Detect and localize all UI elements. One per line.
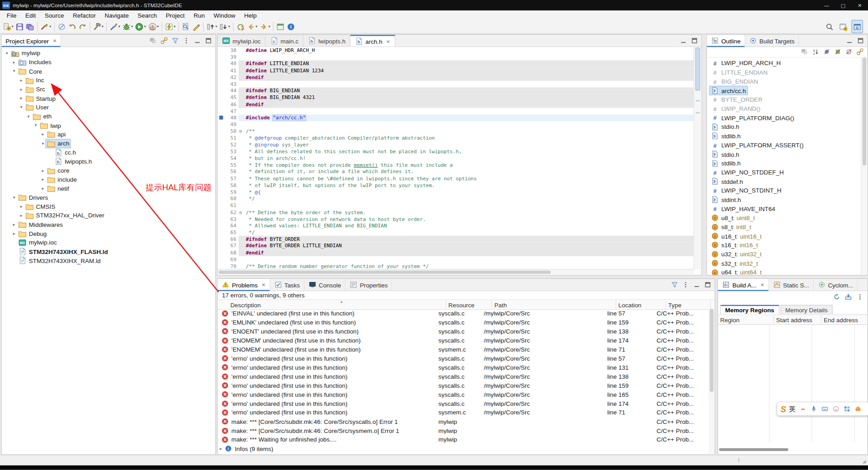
fold-toggle-icon[interactable]: ⊖ xyxy=(239,209,242,216)
outline-item-s8_t[interactable]: ts8_t : int8_t xyxy=(707,222,862,231)
ime-toolbar[interactable]: S 英 xyxy=(777,402,868,415)
outline-item-arch-cc-h[interactable]: arch/cc.h xyxy=(707,86,862,95)
outline-item-little_endian[interactable]: #LITTLE_ENDIAN xyxy=(707,68,862,77)
code-line-64[interactable]: 64 * Allowed values: LITTLE_ENDIAN and B… xyxy=(217,222,694,229)
code-line-69[interactable]: 69 xyxy=(217,256,694,263)
profile-button[interactable]: ▾ xyxy=(147,20,160,33)
menu-help[interactable]: Help xyxy=(240,12,261,19)
code-line-52[interactable]: 52 * @ingroup sys_layer xyxy=(217,141,694,148)
tree-item-stm32h743xihx_ram.ld[interactable]: STM32H743XIHX_RAM.ld xyxy=(2,256,216,265)
tree-collapse-icon[interactable]: ▾ xyxy=(11,195,17,200)
outline-item-u64_t[interactable]: tu64_t : uint64_t xyxy=(707,268,862,275)
outline-item-lwip_no_stddef_h[interactable]: #LWIP_NO_STDDEF_H xyxy=(707,168,862,177)
run-button[interactable]: ▾ xyxy=(134,20,147,33)
outline-item-s16_t[interactable]: ts16_t : int16_t xyxy=(707,240,862,249)
code-editor[interactable]: 38#define LWIP_HDR_ARCH_H3940#ifndef LIT… xyxy=(217,47,694,269)
menu-edit[interactable]: Edit xyxy=(21,12,40,19)
last-edit-location-button[interactable] xyxy=(235,20,245,33)
problem-row[interactable]: 'errno' undeclared (first use in this fu… xyxy=(217,390,708,399)
view-tab-static-s-[interactable]: Static S... xyxy=(769,279,813,291)
problem-row[interactable]: 'errno' undeclared (first use in this fu… xyxy=(217,408,708,417)
outline-item-lwip_platform_assert-[interactable]: #LWIP_PLATFORM_ASSERT() xyxy=(707,141,862,150)
editor-horizontal-scrollbar[interactable] xyxy=(217,269,694,275)
problems-vertical-scrollbar[interactable] xyxy=(708,309,714,454)
subtab-memory-details[interactable]: Memory Details xyxy=(780,305,833,315)
tree-collapse-icon[interactable]: ▾ xyxy=(4,51,10,56)
hide-non-public-button[interactable] xyxy=(845,47,853,56)
minimize-window-button[interactable]: — xyxy=(818,0,835,10)
close-tab-icon[interactable]: ✕ xyxy=(386,38,390,44)
tree-expand-icon[interactable]: ▸ xyxy=(40,168,46,173)
infos-expand-icon[interactable]: ▸ xyxy=(217,446,224,451)
outline-item-stdint-h[interactable]: stdint.h xyxy=(707,195,862,204)
view-tab-tasks[interactable]: Tasks xyxy=(270,279,304,291)
dropdown-arrow-icon[interactable]: ▾ xyxy=(174,24,175,29)
tree-expand-icon[interactable]: ▸ xyxy=(40,186,46,191)
code-line-53[interactable]: 53 * All defines related to this section… xyxy=(217,148,694,155)
collapse-all-button[interactable] xyxy=(801,47,809,56)
fold-toggle-icon[interactable]: ⊖ xyxy=(239,128,242,135)
tree-item-stm32h7xx_hal_driver[interactable]: ▸STM32H7xx_HAL_Driver xyxy=(2,211,216,220)
outline-item-lwip_rand-[interactable]: #LWIP_RAND() xyxy=(707,104,862,113)
outline-item-s32_t[interactable]: ts32_t : int32_t xyxy=(707,259,862,268)
code-line-49[interactable]: 49 xyxy=(217,121,694,128)
coverage-button[interactable] xyxy=(275,20,286,33)
tree-item-cmsis[interactable]: ▸CMSIS xyxy=(2,202,216,211)
sogou-logo-icon[interactable]: S xyxy=(781,404,786,414)
close-tab-icon[interactable]: ✕ xyxy=(53,38,57,43)
maximize-window-button[interactable]: ▢ xyxy=(835,0,852,10)
editor-tab-lwipopts-h[interactable]: hlwipopts.h xyxy=(303,35,350,47)
tree-item-debug[interactable]: ▸Debug xyxy=(2,229,216,238)
menu-refactor[interactable]: Refactor xyxy=(68,12,100,19)
search-button[interactable] xyxy=(824,20,835,33)
problem-row[interactable]: 'errno' undeclared (first use in this fu… xyxy=(217,381,708,390)
minimize-button[interactable] xyxy=(693,280,701,289)
code-line-45[interactable]: 45#define BIG_ENDIAN 4321 xyxy=(217,94,694,101)
code-line-56[interactable]: 56 * definition of it, or include a file… xyxy=(217,169,694,175)
code-line-65[interactable]: 65 */ xyxy=(217,229,694,236)
back-button[interactable]: ▾ xyxy=(245,20,258,33)
column-header-location[interactable]: Location xyxy=(616,300,666,310)
view-tab-cyclom-[interactable]: Cyclom... xyxy=(814,279,858,291)
code-line-43[interactable]: 43 xyxy=(217,81,694,88)
code-line-55[interactable]: 55 * If the compiler does not provide me… xyxy=(217,162,694,169)
debug-configurations-button[interactable]: ▾ xyxy=(108,20,121,33)
problem-row[interactable]: 'ENOMEM' undeclared (first use in this f… xyxy=(217,345,708,354)
maximize-button[interactable] xyxy=(856,36,864,45)
tree-item-middlewares[interactable]: ▸Middlewares xyxy=(2,220,216,229)
tree-item-lwip[interactable]: ▾lwip xyxy=(2,121,216,130)
save-all-button[interactable] xyxy=(25,20,35,33)
code-line-39[interactable]: 39 xyxy=(217,54,694,61)
ime-keyboard-icon[interactable] xyxy=(821,405,829,413)
dropdown-arrow-icon[interactable]: ▾ xyxy=(255,24,257,29)
tree-item-include[interactable]: ▸include xyxy=(2,175,216,184)
menu-window[interactable]: Window xyxy=(209,12,240,19)
open-perspective-button[interactable] xyxy=(838,20,849,33)
code-line-42[interactable]: 42#endif xyxy=(217,74,694,81)
debug-button[interactable]: ▾ xyxy=(121,20,134,33)
outline-item-big_endian[interactable]: #BIG_ENDIAN xyxy=(707,77,862,86)
clean-button[interactable]: ▾ xyxy=(39,20,52,33)
outline-item-u32_t[interactable]: tu32_t : uint32_t xyxy=(707,249,862,258)
outline-item-byte_order[interactable]: #BYTE_ORDER xyxy=(707,95,862,104)
tree-expand-icon[interactable]: ▸ xyxy=(11,60,17,65)
dropdown-arrow-icon[interactable]: ▾ xyxy=(118,24,120,29)
import-button[interactable] xyxy=(844,293,852,302)
code-line-58[interactable]: 58 * of lwIP itself, but options of the … xyxy=(217,182,694,189)
menu-search[interactable]: Search xyxy=(133,12,161,19)
code-line-62[interactable]: 62⊖/** Define the byte order of the syst… xyxy=(217,209,694,216)
ime-mic-icon[interactable] xyxy=(809,405,817,413)
outline-item-lwip_no_stdint_h[interactable]: #LWIP_NO_STDINT_H xyxy=(707,186,862,195)
code-line-44[interactable]: 44#ifndef BIG_ENDIAN xyxy=(217,88,694,94)
problem-row[interactable]: 'EMLINK' undeclared (first use in this f… xyxy=(217,318,708,327)
view-tab-console[interactable]: Console xyxy=(304,279,345,291)
tree-item-netif[interactable]: ▸netif xyxy=(2,184,216,193)
tree-expand-icon[interactable]: ▸ xyxy=(18,87,24,92)
tree-item-lwipopts.h[interactable]: hlwipopts.h xyxy=(2,157,216,166)
dropdown-arrow-icon[interactable]: ▾ xyxy=(269,24,270,29)
code-line-41[interactable]: 41#define LITTLE_ENDIAN 1234 xyxy=(217,67,694,74)
collapse-all-button[interactable] xyxy=(149,36,157,45)
outline-item-lwip_have_int64[interactable]: #LWIP_HAVE_INT64 xyxy=(707,204,862,213)
code-line-66[interactable]: 66#ifndef BYTE_ORDER xyxy=(217,236,694,243)
outline-vertical-scrollbar[interactable] xyxy=(861,57,868,275)
